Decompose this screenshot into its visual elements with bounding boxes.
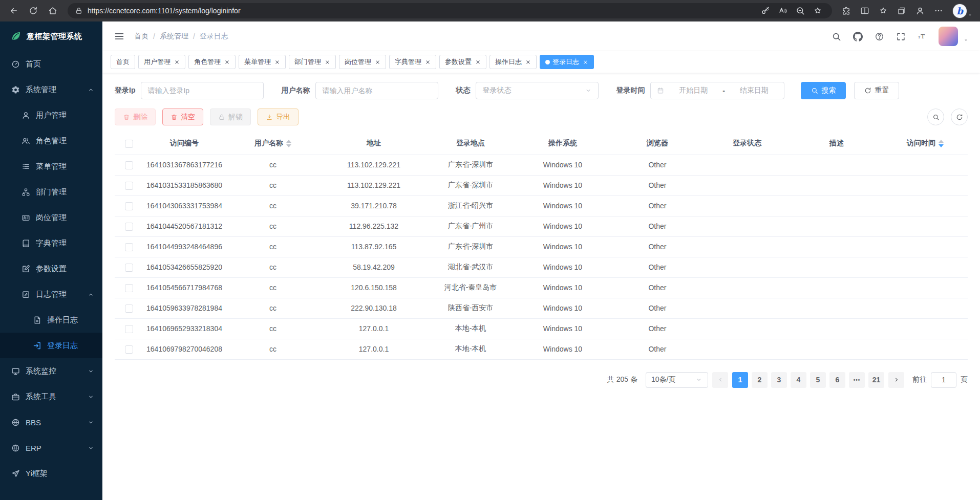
more-pages-button[interactable]: ••• (849, 372, 865, 388)
close-icon[interactable] (425, 59, 431, 65)
sort-icons[interactable] (286, 140, 291, 147)
close-icon[interactable] (274, 59, 280, 65)
favorite-add-button[interactable] (811, 4, 825, 17)
column-header-time[interactable]: 访问时间 (883, 133, 968, 155)
tab-字典管理[interactable]: 字典管理 (389, 55, 436, 69)
github-button[interactable] (849, 28, 866, 45)
sidebar-item-logmgr[interactable]: 日志管理 (0, 281, 102, 307)
sidebar-toggle-button[interactable] (114, 31, 125, 42)
close-icon[interactable] (325, 59, 330, 65)
column-header-user[interactable]: 用户名称 (225, 133, 321, 155)
close-icon[interactable] (525, 59, 531, 65)
zoom-out-button[interactable] (793, 4, 807, 17)
prev-page-button[interactable] (712, 372, 728, 388)
tab-登录日志[interactable]: 登录日志 (540, 55, 594, 69)
sort-icons[interactable] (939, 140, 944, 147)
sidebar-item-menu[interactable]: 菜单管理 (0, 154, 102, 179)
row-checkbox[interactable] (125, 202, 133, 210)
select-all-checkbox[interactable] (125, 140, 133, 148)
chevron-down-icon[interactable] (963, 37, 969, 43)
sidebar-item-home[interactable]: 首页 (0, 51, 102, 77)
close-icon[interactable] (224, 59, 230, 65)
sidebar-item-operlog[interactable]: 操作日志 (0, 307, 102, 333)
extensions-button[interactable] (838, 3, 855, 19)
arrow-left-button[interactable] (5, 3, 23, 19)
star-button[interactable] (875, 3, 891, 19)
profile-button[interactable] (912, 3, 928, 19)
reset-button[interactable]: 重置 (854, 82, 899, 99)
unlock-button[interactable]: 解锁 (210, 108, 251, 125)
row-checkbox[interactable] (125, 345, 133, 354)
delete-button[interactable]: 删除 (115, 108, 156, 125)
row-checkbox[interactable] (125, 284, 133, 292)
user-name-input[interactable] (315, 82, 438, 99)
clear-button[interactable]: 清空 (162, 108, 203, 125)
sidebar-item-loginlog[interactable]: 登录日志 (0, 333, 102, 358)
export-button[interactable]: 导出 (258, 108, 299, 125)
breadcrumb-item[interactable]: 首页 (134, 32, 148, 41)
reload-button[interactable] (25, 3, 42, 19)
read-aloud-button[interactable] (776, 4, 790, 17)
sidebar-item-erp[interactable]: ERP (0, 435, 102, 461)
row-checkbox[interactable] (125, 182, 133, 190)
page-button-4[interactable]: 4 (791, 372, 806, 388)
row-checkbox[interactable] (125, 243, 133, 251)
sidebar-item-dict[interactable]: 字典管理 (0, 230, 102, 256)
row-checkbox[interactable] (125, 223, 133, 231)
sidebar-item-tool[interactable]: 系统工具 (0, 384, 102, 409)
tab-角色管理[interactable]: 角色管理 (188, 55, 236, 69)
status-select[interactable]: 登录状态 (476, 82, 599, 99)
next-page-button[interactable] (888, 372, 904, 388)
login-ip-input[interactable] (141, 82, 264, 99)
sidebar-item-yi[interactable]: Yi框架 (0, 461, 102, 486)
table-refresh-button[interactable] (951, 108, 968, 125)
goto-page-input[interactable] (931, 372, 956, 388)
sort-desc-icon[interactable] (286, 144, 291, 147)
fullscreen-button[interactable] (892, 28, 909, 45)
page-button-21[interactable]: 21 (868, 372, 884, 388)
table-search-toggle-button[interactable] (927, 108, 944, 125)
page-button-3[interactable]: 3 (771, 372, 787, 388)
user-avatar[interactable] (939, 27, 958, 46)
collections-button[interactable] (893, 3, 910, 19)
more-button[interactable] (930, 3, 947, 19)
tab-参数设置[interactable]: 参数设置 (439, 55, 486, 69)
key-button[interactable] (758, 4, 773, 17)
close-icon[interactable] (475, 59, 481, 65)
home-button[interactable] (44, 3, 61, 19)
sort-desc-icon[interactable] (939, 144, 944, 147)
breadcrumb-item[interactable]: 系统管理 (160, 32, 188, 41)
search-button[interactable]: 搜索 (801, 82, 846, 99)
question-button[interactable] (871, 28, 887, 45)
sidebar-item-system[interactable]: 系统管理 (0, 77, 102, 102)
row-checkbox[interactable] (125, 305, 133, 313)
page-button-5[interactable]: 5 (810, 372, 826, 388)
tab-用户管理[interactable]: 用户管理 (138, 55, 185, 69)
sidebar-item-post[interactable]: 岗位管理 (0, 205, 102, 230)
tab-操作日志[interactable]: 操作日志 (489, 55, 537, 69)
sidebar-item-monitor[interactable]: 系统监控 (0, 358, 102, 384)
row-checkbox[interactable] (125, 161, 133, 169)
search-button[interactable] (828, 28, 844, 45)
sidebar-item-user[interactable]: 用户管理 (0, 102, 102, 128)
page-button-6[interactable]: 6 (829, 372, 845, 388)
browser-address-bar[interactable]: https://ccnetcore.com:1101/system/log/lo… (68, 3, 832, 18)
page-button-2[interactable]: 2 (752, 372, 768, 388)
row-checkbox[interactable] (125, 264, 133, 272)
row-checkbox[interactable] (125, 325, 133, 333)
close-icon[interactable] (174, 59, 180, 65)
sidebar-item-dept[interactable]: 部门管理 (0, 179, 102, 205)
tab-部门管理[interactable]: 部门管理 (289, 55, 336, 69)
close-icon[interactable] (375, 59, 380, 65)
split-screen-button[interactable] (857, 3, 873, 19)
bing-button[interactable]: b (953, 4, 967, 18)
sidebar-item-bbs[interactable]: BBS (0, 409, 102, 435)
page-size-select[interactable]: 10条/页 (646, 372, 708, 388)
chevron-down-icon[interactable] (967, 12, 973, 18)
tab-菜单管理[interactable]: 菜单管理 (239, 55, 286, 69)
tab-岗位管理[interactable]: 岗位管理 (339, 55, 386, 69)
sort-asc-icon[interactable] (286, 140, 291, 143)
font-size-button[interactable]: тT (914, 28, 930, 45)
sidebar-item-param[interactable]: 参数设置 (0, 256, 102, 281)
login-time-range-picker[interactable]: 开始日期 - 结束日期 (650, 82, 784, 99)
